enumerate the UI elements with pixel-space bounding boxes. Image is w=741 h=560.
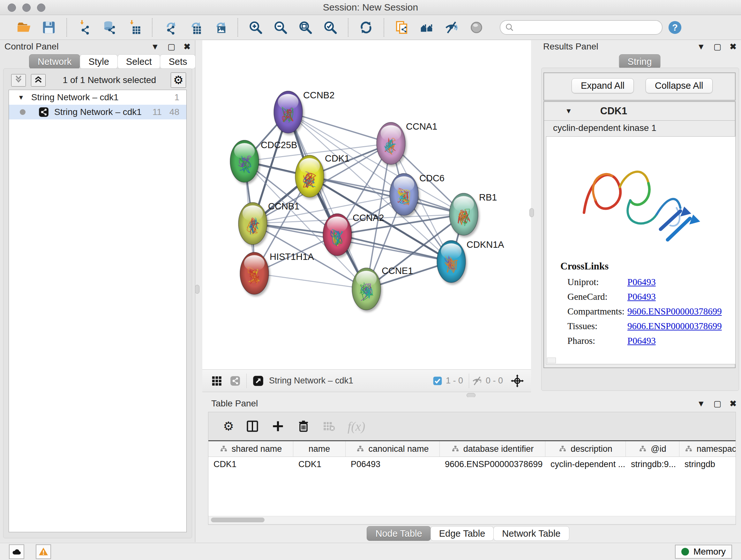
results-panel-close-icon[interactable]: ✖ xyxy=(730,42,737,52)
table-row[interactable]: CDK1CDK1P064939606.ENSP00000378699cyclin… xyxy=(208,457,736,472)
left-splitter-handle[interactable] xyxy=(195,285,199,294)
toolbar-separator xyxy=(152,18,152,37)
export-image-icon[interactable] xyxy=(211,19,228,36)
zoom-out-icon[interactable] xyxy=(272,19,289,36)
grid-view-icon[interactable] xyxy=(211,375,222,386)
minimize-window-button[interactable] xyxy=(22,3,30,12)
delete-column-icon[interactable] xyxy=(296,419,311,433)
hide-selected-icon[interactable] xyxy=(443,19,460,36)
first-neighbors-icon[interactable] xyxy=(418,19,435,36)
node-CCNE1[interactable] xyxy=(352,268,381,310)
column-header-canonical-name[interactable]: canonical name xyxy=(346,441,440,456)
export-network-icon[interactable] xyxy=(161,19,179,36)
open-session-icon[interactable] xyxy=(15,19,32,36)
birdseye-view-icon[interactable] xyxy=(253,375,264,387)
node-CCNB2[interactable] xyxy=(274,91,302,133)
tab-node-table[interactable]: Node Table xyxy=(367,526,430,541)
crosslink-link[interactable]: P06493 xyxy=(627,292,656,302)
collapse-all-button[interactable]: Collapse All xyxy=(646,78,713,93)
node-HIST1H1A[interactable] xyxy=(240,252,269,294)
search-input[interactable] xyxy=(517,22,662,33)
results-panel-menu-caret-icon[interactable]: ▼ xyxy=(697,42,705,52)
table-panel-close-icon[interactable]: ✖ xyxy=(730,399,737,409)
network-tree-network-row[interactable]: String Network – cdk1 11 48 xyxy=(9,105,186,119)
node-CCNA2[interactable] xyxy=(323,213,352,256)
node-CDC6[interactable] xyxy=(390,173,418,215)
scrollbar-thumb[interactable] xyxy=(211,517,265,522)
node-CDC25B[interactable] xyxy=(230,140,259,182)
warning-icon[interactable] xyxy=(36,544,51,559)
tab-network-table[interactable]: Network Table xyxy=(493,526,569,541)
control-panel-float-icon[interactable]: ▢ xyxy=(167,42,176,52)
clone-network-icon[interactable] xyxy=(393,19,410,36)
collapse-all-networks-icon[interactable] xyxy=(11,74,26,86)
import-network-icon[interactable] xyxy=(76,19,93,36)
create-column-icon[interactable] xyxy=(271,419,285,433)
node-CDKN1A[interactable] xyxy=(437,240,466,283)
import-network-from-database-icon[interactable] xyxy=(101,19,118,36)
tab-edge-table[interactable]: Edge Table xyxy=(430,526,494,541)
column-header-database-identifier[interactable]: database identifier xyxy=(440,441,545,456)
gene-expander-icon[interactable]: ▼ xyxy=(565,107,572,115)
tab-network[interactable]: Network xyxy=(29,54,80,69)
edge-CCNE1-HIST1H1A[interactable] xyxy=(254,273,366,289)
cloud-icon[interactable] xyxy=(9,544,24,559)
selected-checkbox-icon[interactable] xyxy=(432,376,443,386)
network-overview-icon[interactable] xyxy=(230,375,241,386)
zoom-fit-icon[interactable] xyxy=(297,19,314,36)
edge-CCNB2-CCNE1[interactable] xyxy=(288,112,366,289)
column-header-namespace[interactable]: namespace xyxy=(679,441,736,456)
import-table-icon[interactable] xyxy=(126,19,143,36)
zoom-in-icon[interactable] xyxy=(247,19,264,36)
hidden-eye-icon[interactable] xyxy=(472,375,482,386)
network-options-gear-icon[interactable]: ⚙ xyxy=(171,72,186,88)
table-options-icon[interactable]: ⚙ xyxy=(223,420,234,432)
crosslink-link[interactable]: P06493 xyxy=(627,335,656,346)
table-panel-menu-caret-icon[interactable]: ▼ xyxy=(697,399,705,409)
expand-all-networks-icon[interactable] xyxy=(31,74,46,86)
zoom-window-button[interactable] xyxy=(37,3,45,12)
crosslink-link[interactable]: 9606.ENSP00000378699 xyxy=(627,306,722,317)
table-panel-float-icon[interactable]: ▢ xyxy=(714,399,722,409)
show-columns-icon[interactable] xyxy=(246,419,259,433)
edge-CCNB2-CCNA1[interactable] xyxy=(288,112,391,143)
table-horizontal-scrollbar[interactable] xyxy=(208,516,736,524)
column-header-id[interactable]: @id xyxy=(626,441,679,456)
fit-selected-crosshair-icon[interactable] xyxy=(511,374,524,388)
save-session-icon[interactable] xyxy=(40,19,57,36)
right-splitter-handle[interactable] xyxy=(529,208,534,217)
network-tree-collection-row[interactable]: ▼ String Network – cdk1 1 xyxy=(9,90,186,105)
column-header-shared-name[interactable]: shared name xyxy=(208,441,293,456)
export-table-icon[interactable] xyxy=(186,19,204,36)
apply-layout-icon[interactable] xyxy=(357,19,375,36)
gene-section-header[interactable]: ▼ CDK1 xyxy=(544,102,735,121)
tab-string[interactable]: String xyxy=(619,54,661,69)
tree-expander-icon[interactable]: ▼ xyxy=(18,94,24,101)
close-window-button[interactable] xyxy=(8,3,16,12)
show-all-icon[interactable] xyxy=(468,19,485,36)
tab-style[interactable]: Style xyxy=(80,54,118,69)
edge-CCNA2-CDKN1A[interactable] xyxy=(337,235,451,261)
node-RB1[interactable] xyxy=(449,193,478,235)
network-canvas[interactable]: CCNB2CCNA1CDC25BCDK1CDC6RB1CCNB1CCNA2CDK… xyxy=(202,40,531,369)
node-CDK1[interactable] xyxy=(295,155,324,197)
control-panel-menu-caret-icon[interactable]: ▼ xyxy=(151,42,159,52)
crosslink-link[interactable]: P06493 xyxy=(627,277,656,287)
delete-table-icon[interactable] xyxy=(322,419,336,433)
control-panel-close-icon[interactable]: ✖ xyxy=(184,42,191,52)
function-builder-icon[interactable]: f(x) xyxy=(347,419,365,434)
network-edge-count: 48 xyxy=(170,107,179,117)
results-panel-float-icon[interactable]: ▢ xyxy=(714,42,722,52)
crosslink-link[interactable]: 9606.ENSP00000378699 xyxy=(627,321,722,331)
tab-sets[interactable]: Sets xyxy=(160,54,196,69)
tab-select[interactable]: Select xyxy=(118,54,160,69)
column-header-description[interactable]: description xyxy=(545,441,626,456)
node-CCNA1[interactable] xyxy=(377,122,405,165)
help-icon[interactable]: ? xyxy=(666,19,684,36)
node-CCNB1[interactable] xyxy=(239,202,267,245)
expand-all-button[interactable]: Expand All xyxy=(571,78,634,93)
zoom-selected-icon[interactable] xyxy=(322,19,339,36)
bottom-splitter-handle[interactable] xyxy=(467,393,475,397)
column-header-name[interactable]: name xyxy=(293,441,346,456)
memory-button[interactable]: Memory xyxy=(675,545,732,559)
